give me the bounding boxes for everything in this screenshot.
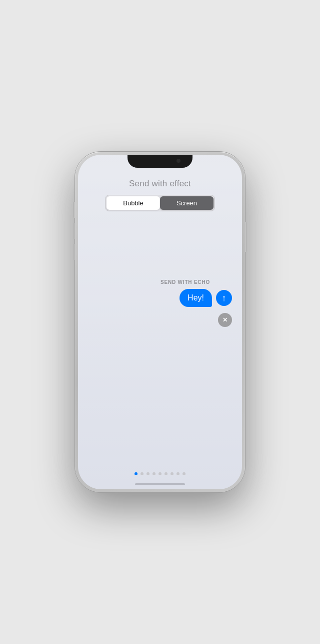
tabs-container: Bubble Screen (78, 195, 242, 219)
close-button[interactable] (218, 313, 232, 327)
tabs-wrapper: Bubble Screen (105, 195, 215, 211)
message-area: SEND WITH ECHO Hey! (78, 219, 242, 467)
screen-content: Send with effect Bubble Screen SEND WITH… (78, 155, 242, 489)
echo-label: SEND WITH ECHO (160, 279, 210, 285)
phone-frame: Send with effect Bubble Screen SEND WITH… (75, 152, 245, 492)
dot-1[interactable] (134, 472, 138, 475)
phone-screen: Send with effect Bubble Screen SEND WITH… (78, 155, 242, 489)
tab-bubble[interactable]: Bubble (106, 196, 160, 210)
dot-9[interactable] (182, 472, 186, 475)
title-area: Send with effect (78, 170, 242, 195)
notch (128, 155, 192, 168)
dot-5[interactable] (158, 472, 162, 475)
dot-7[interactable] (170, 472, 174, 475)
page-title: Send with effect (129, 179, 191, 188)
dot-2[interactable] (140, 472, 144, 475)
home-indicator (135, 483, 185, 485)
dot-8[interactable] (176, 472, 180, 475)
message-bubble: Hey! (180, 289, 212, 307)
message-row: Hey! (180, 289, 232, 307)
page-dots (78, 467, 242, 483)
dot-3[interactable] (146, 472, 150, 475)
send-button[interactable] (216, 290, 232, 306)
dot-6[interactable] (164, 472, 168, 475)
echo-section: SEND WITH ECHO Hey! (160, 279, 232, 327)
tab-screen[interactable]: Screen (160, 196, 214, 210)
dot-4[interactable] (152, 472, 156, 475)
